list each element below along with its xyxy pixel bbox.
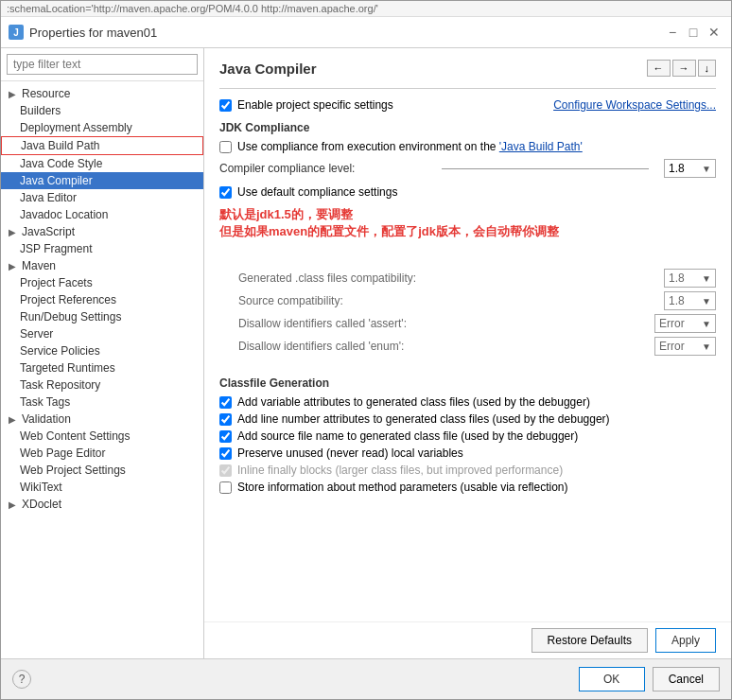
classfile-label-2: Add source file name to generated class … [237,429,578,443]
source-row: Source compatibility: 1.8 ▼ [219,291,716,310]
nav-down-button[interactable]: ↓ [698,60,717,77]
expand-icon-validation: ▶ [7,414,18,425]
compiler-level-row: Compiler compliance level: 1.8 ▼ [219,159,716,178]
sidebar-item-javascript[interactable]: ▶ JavaScript [1,223,203,240]
configure-workspace-link[interactable]: Configure Workspace Settings... [553,98,716,112]
sidebar-item-javadoc-location[interactable]: Javadoc Location [1,206,203,223]
java-build-path-link[interactable]: 'Java Build Path' [499,140,583,153]
disallow-enum-row: Disallow identifiers called 'enum': Erro… [219,337,716,356]
compiler-level-label: Compiler compliance level: [219,162,427,175]
dropdown-arrow-assert-icon: ▼ [702,319,711,329]
panel-title: Java Compiler [219,61,317,77]
nav-forward-button[interactable]: → [672,60,696,77]
sidebar-item-jsp-fragment[interactable]: JSP Fragment [1,240,203,257]
sidebar-item-wikitext[interactable]: WikiText [1,479,203,496]
sidebar-item-builders[interactable]: Builders [1,102,203,119]
classfile-label-4: Inline finally blocks (larger class file… [237,464,563,477]
use-default-label: Use default compliance settings [237,185,397,199]
enable-specific-row: Enable project specific settings Configu… [219,98,716,112]
sidebar-item-java-build-path[interactable]: Java Build Path [1,136,203,155]
classfile-item-3: Preserve unused (never read) local varia… [219,446,716,460]
sidebar-item-project-facets[interactable]: Project Facets [1,274,203,291]
sidebar-item-service-policies[interactable]: Service Policies [1,342,203,359]
filter-box [1,48,203,81]
ok-button[interactable]: OK [579,667,645,691]
expand-icon: ▶ [7,89,18,99]
sidebar-item-project-references[interactable]: Project References [1,291,203,308]
sidebar-item-web-page-editor[interactable]: Web Page Editor [1,445,203,462]
restore-apply-row: Restore Defaults Apply [204,621,731,658]
generated-label: Generated .class files compatibility: [238,271,658,285]
filter-input[interactable] [7,54,198,75]
sidebar-item-maven[interactable]: ▶ Maven [1,257,203,274]
sidebar-item-deployment-assembly[interactable]: Deployment Assembly [1,119,203,136]
generated-dropdown[interactable]: 1.8 ▼ [664,269,716,288]
dropdown-arrow-enum-icon: ▼ [702,341,711,352]
expand-icon-js: ▶ [7,227,18,237]
close-button[interactable]: ✕ [705,23,723,42]
dropdown-arrow-icon: ▼ [702,164,711,174]
sidebar-item-xdoclet[interactable]: ▶ XDoclet [1,496,203,513]
expand-icon-maven: ▶ [7,261,18,271]
properties-window: :schemaLocation='http://maven.apache.org… [0,0,732,700]
bottom-bar: ? OK Cancel [1,658,731,699]
dropdown-arrow-generated-icon: ▼ [702,273,711,284]
use-compliance-row: Use compliance from execution environmen… [219,140,716,153]
sidebar-item-task-tags[interactable]: Task Tags [1,394,203,411]
source-dropdown[interactable]: 1.8 ▼ [664,291,716,310]
classfile-checkbox-1[interactable] [219,413,232,426]
minimize-button[interactable]: − [663,23,682,42]
sidebar-item-java-code-style[interactable]: Java Code Style [1,155,203,172]
nav-back-button[interactable]: ← [647,60,671,77]
classfile-checkbox-2[interactable] [219,430,232,443]
generated-row: Generated .class files compatibility: 1.… [219,269,716,288]
top-url-bar: :schemaLocation='http://maven.apache.org… [1,1,731,17]
enable-specific-checkbox[interactable] [219,99,232,112]
title-bar: J Properties for maven01 − □ ✕ [1,17,731,48]
use-compliance-checkbox[interactable] [219,141,232,153]
window-icon: J [9,25,24,40]
main-panel: Java Compiler ← → ↓ Enable project speci… [204,48,731,621]
classfile-item-1: Add line number attributes to generated … [219,412,716,426]
apply-button[interactable]: Apply [655,628,716,653]
sidebar-item-run-debug[interactable]: Run/Debug Settings [1,308,203,325]
sidebar-item-validation[interactable]: ▶ Validation [1,411,203,428]
help-button[interactable]: ? [12,670,31,689]
disallow-assert-row: Disallow identifiers called 'assert': Er… [219,314,716,333]
sidebar-item-targeted-runtimes[interactable]: Targeted Runtimes [1,359,203,376]
use-compliance-label: Use compliance from execution environmen… [237,140,583,153]
sidebar-item-resource[interactable]: ▶ Resource [1,85,203,102]
classfile-item-2: Add source file name to generated class … [219,429,716,443]
sidebar-item-web-project-settings[interactable]: Web Project Settings [1,462,203,479]
restore-defaults-button[interactable]: Restore Defaults [532,628,648,653]
use-default-checkbox[interactable] [219,186,232,199]
classfile-item-5: Store information about method parameter… [219,481,716,494]
maximize-button[interactable]: □ [684,23,703,42]
disallow-enum-dropdown[interactable]: Error ▼ [654,337,716,356]
classfile-label-0: Add variable attributes to generated cla… [237,395,590,409]
window-controls: − □ ✕ [663,23,723,42]
classfile-checkbox-5[interactable] [219,481,232,494]
classfile-checkbox-3[interactable] [219,447,232,460]
content-area: ▶ Resource Builders Deployment Assembly … [1,48,731,658]
sidebar-item-java-compiler[interactable]: Java Compiler [1,172,203,189]
sidebar-item-task-repository[interactable]: Task Repository [1,376,203,394]
sidebar-item-web-content-settings[interactable]: Web Content Settings [1,428,203,445]
sidebar-item-java-editor[interactable]: Java Editor [1,189,203,206]
sidebar-item-server[interactable]: Server [1,325,203,342]
source-label: Source compatibility: [238,294,658,307]
compiler-level-dropdown[interactable]: 1.8 ▼ [664,159,716,178]
cancel-button[interactable]: Cancel [653,667,720,691]
annotation-area: 默认是jdk1.5的，要调整 但是如果maven的配置文件，配置了jdk版本，会… [219,206,716,240]
main-content-wrapper: Java Compiler ← → ↓ Enable project speci… [204,48,731,658]
classfile-item-0: Add variable attributes to generated cla… [219,395,716,409]
expand-icon-xdoclet: ▶ [7,499,18,510]
enable-specific-label: Enable project specific settings [237,98,393,112]
disallow-assert-label: Disallow identifiers called 'assert': [238,317,649,330]
ok-cancel-row: OK Cancel [579,667,720,691]
disallow-assert-dropdown[interactable]: Error ▼ [654,314,716,333]
jdk-section: JDK Compliance Use compliance from execu… [219,121,716,359]
classfile-checkbox-0[interactable] [219,396,232,409]
sidebar: ▶ Resource Builders Deployment Assembly … [1,48,204,658]
classfile-label-5: Store information about method parameter… [237,481,568,494]
